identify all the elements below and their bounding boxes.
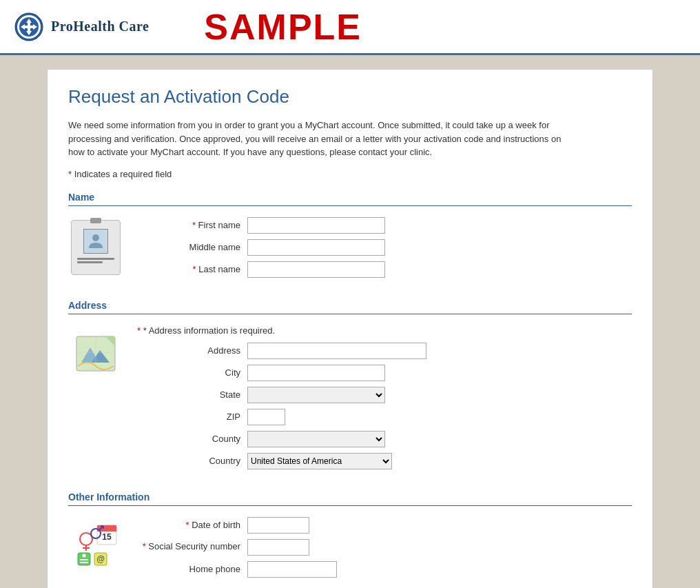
other-info-illustration: 15 @: [71, 520, 121, 569]
page-wrapper: Request an Activation Code We need some …: [0, 55, 700, 588]
badge-clip: [90, 218, 101, 223]
badge-photo: [83, 229, 108, 254]
middle-name-row: Middle name: [137, 239, 632, 256]
first-name-label: * First name: [137, 220, 247, 230]
home-phone-row: Home phone: [137, 561, 632, 578]
city-row: City: [137, 365, 632, 381]
logo-area: ProHealth Care: [14, 12, 149, 42]
address-section-icon: [68, 325, 123, 475]
county-label: County: [137, 434, 247, 444]
name-fields: * First name Middle name * Last name: [137, 217, 632, 283]
middle-name-input[interactable]: [247, 239, 385, 256]
dob-row: * Date of birth: [137, 517, 632, 534]
country-row: Country United States of America Canada …: [137, 453, 632, 469]
name-section-body: * First name Middle name * Last name: [68, 217, 632, 283]
map-illustration: [71, 328, 121, 378]
last-name-label: * Last name: [137, 264, 247, 274]
sample-watermark: SAMPLE: [204, 6, 362, 48]
dob-label: * Date of birth: [137, 520, 247, 530]
badge-text-lines: [74, 256, 117, 265]
svg-point-22: [82, 554, 86, 558]
form-container: Request an Activation Code We need some …: [47, 69, 653, 588]
state-select[interactable]: AL AK AZ CA CO WI: [247, 387, 385, 403]
name-section-icon: [68, 217, 123, 283]
header: ProHealth Care SAMPLE: [0, 0, 700, 55]
county-row: County: [137, 431, 632, 447]
last-name-row: * Last name: [137, 261, 632, 278]
svg-rect-24: [80, 562, 88, 563]
svg-point-3: [92, 234, 99, 241]
address-row: Address: [137, 343, 632, 359]
city-label: City: [137, 367, 247, 378]
ssn-row: * Social Security number: [137, 539, 632, 556]
svg-text:15: 15: [102, 532, 112, 542]
zip-label: ZIP: [137, 412, 247, 422]
country-label: Country: [137, 456, 247, 466]
badge-line-2: [77, 261, 103, 263]
address-label: Address: [137, 345, 247, 356]
section-other-header: Other Information: [68, 491, 632, 506]
middle-name-label: Middle name: [137, 242, 247, 252]
other-section-body: 15 @: [68, 517, 632, 583]
ssn-input[interactable]: [247, 539, 309, 556]
zip-input[interactable]: [247, 409, 285, 425]
section-address-header: Address: [68, 300, 632, 314]
country-select[interactable]: United States of America Canada Mexico: [247, 453, 392, 469]
state-row: State AL AK AZ CA CO WI: [137, 387, 632, 403]
person-silhouette: [86, 232, 105, 251]
page-title: Request an Activation Code: [68, 86, 632, 108]
city-input[interactable]: [247, 365, 385, 381]
state-label: State: [137, 389, 247, 400]
intro-text: We need some information from you in ord…: [68, 119, 564, 159]
address-input[interactable]: [247, 343, 426, 359]
dob-input[interactable]: [247, 517, 309, 534]
required-asterisk: *: [68, 169, 72, 179]
first-name-row: * First name: [137, 217, 632, 234]
address-required-note: * * Address information is required.: [137, 325, 632, 336]
address-section-body: * * Address information is required. Add…: [68, 325, 632, 475]
svg-text:@: @: [96, 554, 105, 564]
first-name-input[interactable]: [247, 217, 385, 234]
svg-rect-23: [80, 559, 88, 560]
home-phone-label: Home phone: [137, 564, 247, 574]
logo-icon: [14, 12, 44, 42]
id-badge-illustration: [71, 220, 121, 275]
required-note-text: Indicates a required field: [74, 169, 172, 179]
other-section-icon: 15 @: [68, 517, 123, 583]
home-phone-input[interactable]: [247, 561, 337, 578]
zip-row: ZIP: [137, 409, 632, 425]
address-fields: * * Address information is required. Add…: [137, 325, 632, 475]
section-name-header: Name: [68, 192, 632, 206]
last-name-input[interactable]: [247, 261, 385, 278]
other-info-fields: * Date of birth * Social Security number…: [137, 517, 632, 583]
county-select[interactable]: [247, 431, 385, 447]
badge-line-1: [77, 258, 114, 260]
logo-text: ProHealth Care: [51, 19, 149, 34]
required-note: * Indicates a required field: [68, 169, 632, 179]
ssn-label: * Social Security number: [137, 541, 247, 553]
